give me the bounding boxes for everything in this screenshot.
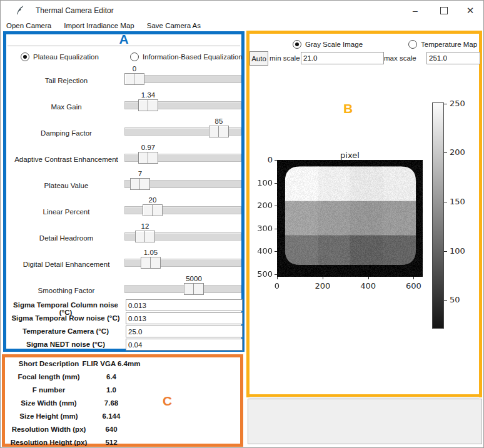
slider-label: Adaptive Contrast Enhancement [6, 156, 126, 163]
x-tick-mark [323, 277, 323, 279]
slider-handle[interactable] [209, 126, 229, 137]
x-tick-mark [368, 277, 369, 279]
entry-row-sigma-temporal-column-noise-c: Sigma Temporal Column noise (°C) [6, 299, 241, 312]
slider-handle[interactable] [135, 231, 155, 242]
slider-row-detail-headroom: Detail Headroom12 [6, 222, 241, 249]
thermal-image-plot[interactable] [277, 160, 423, 277]
radio-gray-scale-image[interactable]: Gray Scale Image [293, 38, 363, 47]
slider-row-max-gain: Max Gain1.34 [6, 91, 241, 117]
slider-value: 0.97 [141, 144, 155, 151]
colorbar-tick-mark [444, 300, 447, 301]
slider-label: Max Gain [6, 103, 126, 111]
annotation-letter-b: B [343, 101, 353, 116]
slider-row-digital-detail-enhancement: Digital Detail Enhancement1.05 [6, 249, 241, 275]
slider-handle[interactable] [130, 178, 150, 190]
slider-row-smoothing-factor: Smoothing Factor5000 [6, 275, 241, 301]
slider-linear-percent[interactable]: 20 [124, 196, 241, 222]
slider-value: 5000 [186, 275, 202, 282]
annotation-letter-a: A [6, 32, 241, 47]
spec-row-resolution-width-px: Resolution Width (px)640 [5, 424, 240, 437]
y-tick-label: 200 [235, 201, 273, 210]
maximize-icon [440, 7, 448, 14]
slider-trough[interactable] [124, 285, 241, 293]
slider-smoothing-factor[interactable]: 5000 [124, 275, 241, 301]
radio-label-plateau-equalization: Plateau Equalization [33, 53, 99, 61]
app-window: Thermal Camera Editor – ✕ Open CameraImp… [0, 0, 484, 448]
x-tick-label: 200 [310, 281, 335, 291]
slider-label: Digital Detail Enhancement [6, 261, 126, 268]
slider-detail-headroom[interactable]: 12 [124, 222, 241, 249]
slider-row-tail-rejection: Tail Rejection0 [6, 65, 241, 91]
slider-label: Smoothing Factor [6, 287, 126, 294]
max-scale-label: max scale [384, 54, 416, 62]
x-tick-label: 400 [356, 281, 381, 291]
radio-label-information-based-equalization: Information-Based Equalization [143, 53, 243, 61]
min-scale-label: min scale [270, 54, 300, 62]
radio-label-gray-scale-image: Gray Scale Image [305, 41, 363, 48]
entry-input-sigma-temporal-row-noise-c[interactable] [126, 312, 243, 324]
app-feather-icon [16, 5, 25, 16]
slider-digital-detail-enhancement[interactable]: 1.05 [124, 249, 241, 275]
colorbar-tick-label: 100 [450, 246, 465, 256]
y-tick-mark [275, 206, 277, 206]
slider-value: 12 [141, 222, 149, 230]
y-tick-mark [275, 229, 277, 229]
panel-image-view: B Gray Scale ImageTemperature Map Auto m… [246, 31, 482, 397]
slider-value: 1.05 [144, 249, 158, 256]
entry-label: Temperature Camera (°C) [6, 327, 125, 335]
max-scale-input[interactable] [426, 52, 480, 64]
slider-handle[interactable] [138, 152, 158, 164]
spec-row-size-height-mm: Size Height (mm)6.144 [5, 411, 240, 424]
entry-input-temperature-camera-c[interactable] [126, 326, 243, 337]
slider-label: Damping Factor [6, 129, 126, 137]
slider-label: Tail Rejection [6, 77, 126, 84]
y-tick-label: 100 [235, 178, 273, 187]
radio-temperature-map[interactable]: Temperature Map [408, 38, 477, 47]
x-tick-label: 600 [401, 281, 426, 291]
slider-max-gain[interactable]: 1.34 [124, 91, 241, 117]
panel-camera-specs: C Short DescriptionFLIR VGA 6.4mmFocal l… [2, 354, 243, 447]
maximize-button[interactable] [433, 1, 455, 21]
radio-information-based-equalization[interactable]: Information-Based Equalization [130, 51, 243, 59]
entry-input-sigma-temporal-column-noise-c[interactable] [126, 299, 243, 311]
entry-label: Sigma Temporal Row noise (°C) [6, 314, 125, 322]
slider-damping-factor[interactable]: 85 [124, 117, 241, 144]
minimize-button[interactable]: – [405, 1, 426, 21]
colorbar-tick-label: 250 [450, 99, 465, 108]
colorbar-tick-label: 150 [450, 197, 465, 206]
y-tick-mark [275, 274, 277, 275]
colorbar-tick-label: 50 [450, 295, 460, 304]
colorbar-tick-mark [444, 152, 447, 153]
slider-row-linear-percent: Linear Percent20 [6, 196, 241, 222]
figure-canvas-area: pixel 0100200300400500 0200400600 501001… [250, 69, 479, 362]
slider-tail-rejection[interactable]: 0 [124, 65, 241, 91]
y-tick-mark [275, 183, 277, 184]
slider-handle[interactable] [184, 283, 204, 295]
entry-label: Sigma NEDT noise (°C) [6, 341, 125, 348]
slider-handle[interactable] [138, 99, 158, 111]
panel-equalization-settings: A Plateau EqualizationInformation-Based … [3, 31, 245, 352]
radio-plateau-equalization[interactable]: Plateau Equalization [21, 51, 99, 59]
menu-item-open-camera[interactable]: Open Camera [6, 21, 51, 31]
y-tick-mark [275, 251, 277, 252]
entry-input-sigma-nedt-noise-c[interactable] [126, 339, 243, 351]
menu-item-import-irradiance-map[interactable]: Import Irradiance Map [64, 21, 134, 31]
radio-icon-plateau-equalization [21, 52, 29, 61]
slider-adaptive-contrast-enhancement[interactable]: 0.97 [124, 144, 241, 170]
slider-value: 7 [138, 170, 142, 177]
spec-row-focal-length-mm: Focal length (mm)6.4 [5, 371, 240, 384]
slider-handle[interactable] [143, 204, 163, 216]
colorbar-tick-mark [444, 202, 447, 202]
auto-scale-button[interactable]: Auto [250, 51, 268, 66]
radio-icon-gray-scale-image [293, 40, 301, 49]
slider-handle[interactable] [124, 73, 144, 85]
x-tick-mark [413, 277, 414, 279]
slider-plateau-value[interactable]: 7 [124, 170, 241, 196]
slider-row-damping-factor: Damping Factor85 [6, 117, 241, 144]
title-bar: Thermal Camera Editor – ✕ [1, 1, 483, 21]
close-button[interactable]: ✕ [460, 1, 481, 21]
slider-handle[interactable] [141, 257, 161, 269]
menu-item-save-camera-as[interactable]: Save Camera As [147, 21, 201, 31]
entry-row-sigma-nedt-noise-c: Sigma NEDT noise (°C) [6, 339, 241, 352]
min-scale-input[interactable] [301, 52, 384, 64]
